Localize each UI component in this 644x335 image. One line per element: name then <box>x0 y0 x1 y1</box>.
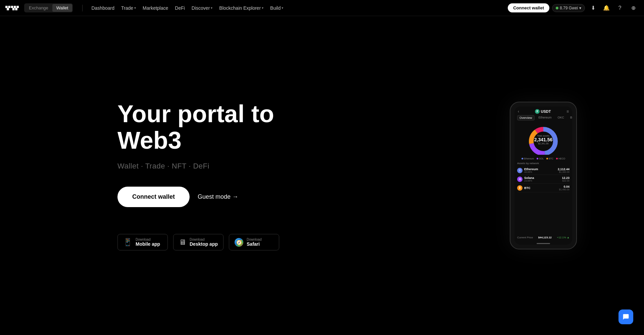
chat-icon <box>623 314 629 320</box>
nav-blockchain-explorer[interactable]: Blockchain Explorer ▾ <box>216 0 267 16</box>
phone-tabs: Overview Ethereum OKC B.. <box>514 115 572 121</box>
chat-button[interactable] <box>618 309 633 324</box>
phone-back-icon: ‹ <box>518 109 519 114</box>
guest-mode-button[interactable]: Guest mode → <box>198 193 238 200</box>
eth-asset-amount: 2,112.44 <box>558 168 569 171</box>
header: Exchange Wallet Dashboard Trade ▾ Market… <box>0 0 644 16</box>
sol-asset-icon: ◎ <box>517 177 523 182</box>
gwei-value: 8.79 Gwei <box>560 6 578 10</box>
main-nav: Dashboard Trade ▾ Marketplace DeFi Disco… <box>88 0 287 16</box>
usdt-icon: ₮ <box>535 109 540 114</box>
current-price-row: Current Price $44,123.12 +12.1% ▲ <box>514 234 572 241</box>
nav-dashboard[interactable]: Dashboard <box>88 0 118 16</box>
eth-asset-icon: Ξ <box>517 168 523 173</box>
gwei-chevron-icon: ▾ <box>579 6 581 10</box>
connect-wallet-header-button[interactable]: Connect wallet <box>508 3 549 12</box>
current-price-change: +12.1% ▲ <box>557 236 569 239</box>
connect-wallet-main-button[interactable]: Connect wallet <box>117 187 190 207</box>
asset-row-ethereum: Ξ Ethereum 48.66% 2,112.44 $1,300.00 <box>517 166 569 175</box>
nav-discover[interactable]: Discover ▾ <box>188 0 216 16</box>
exchange-toggle[interactable]: Exchange <box>25 4 52 12</box>
btc-asset-usd: $1,460.00 <box>559 188 569 191</box>
svg-rect-5 <box>12 8 15 10</box>
phone-mockup: ‹ ₮ USDT ≡ Overview Ethereum OKC B.. <box>510 102 577 249</box>
download-safari-label: Download <box>247 238 261 241</box>
phone-coin: ₮ USDT <box>535 109 551 114</box>
nav-marketplace[interactable]: Marketplace <box>139 0 171 16</box>
hero-actions: Connect wallet Guest mode → <box>117 187 319 207</box>
legend-sol-dot <box>537 158 538 159</box>
phone-screen: ‹ ₮ USDT ≡ Overview Ethereum OKC B.. <box>514 106 572 245</box>
svg-rect-6 <box>15 8 17 10</box>
assets-by-network-label: Assets by network <box>517 162 569 165</box>
svg-rect-1 <box>8 6 10 8</box>
asset-row-btc: ₿ BTC 0.04 $1,460.00 <box>517 184 569 192</box>
phone-header: ‹ ₮ USDT ≡ <box>514 106 572 115</box>
svg-rect-3 <box>11 6 13 8</box>
hero-section: Your portal to Web3 Wallet · Trade · NFT… <box>117 101 319 250</box>
hero-title: Your portal to Web3 <box>117 101 319 154</box>
legend-eth-dot <box>522 158 523 159</box>
svg-rect-2 <box>7 8 9 10</box>
eth-asset-pct: 48.66% <box>524 171 538 173</box>
btc-asset-name: BTC <box>524 186 531 190</box>
donut-center: Total assets 2,341.56 $2,341.56 <box>534 135 553 145</box>
safari-icon: 🧭 <box>235 238 243 247</box>
nav-trade[interactable]: Trade ▾ <box>118 0 139 16</box>
btc-asset-icon: ₿ <box>517 185 523 191</box>
phone-tab-more[interactable]: B.. <box>568 115 572 121</box>
download-desktop-button[interactable]: 🖥 Download Desktop app <box>173 234 224 250</box>
legend-heco: HECO <box>556 157 565 160</box>
eth-asset-name: Ethereum <box>524 168 538 171</box>
phone-bottom-bar <box>514 241 572 245</box>
legend-ethereum: Ethereum <box>522 157 534 160</box>
sol-asset-name: Solana <box>524 176 534 180</box>
wallet-toggle[interactable]: Wallet <box>52 4 72 12</box>
gwei-badge[interactable]: 8.79 Gwei ▾ <box>552 4 585 12</box>
sol-asset-amount: 12.23 <box>562 176 569 180</box>
legend-btc-dot <box>546 158 548 159</box>
phone-tab-overview[interactable]: Overview <box>517 115 535 121</box>
eth-asset-usd: $1,300.00 <box>558 171 569 173</box>
phone-tab-ethereum[interactable]: Ethereum <box>537 115 554 121</box>
download-mobile-name: Mobile app <box>136 241 160 247</box>
help-icon[interactable]: ? <box>614 3 625 13</box>
current-price-value: $44,123.12 <box>538 236 552 239</box>
asset-row-solana: ◎ Solana 23.66% 12.23 $22.00 <box>517 175 569 184</box>
total-assets-value: 2,341.56 <box>534 137 553 142</box>
main-content: Your portal to Web3 Wallet · Trade · NFT… <box>0 16 644 335</box>
btc-asset-amount: 0.04 <box>559 185 569 188</box>
phone-coin-name: USDT <box>541 109 551 113</box>
download-icon[interactable]: ⬇ <box>588 3 598 13</box>
download-mobile-label: Download <box>136 238 160 241</box>
sol-asset-pct: 23.66% <box>524 180 534 182</box>
download-safari-button[interactable]: 🧭 Download Safari <box>229 234 279 250</box>
gwei-status-dot <box>556 7 558 9</box>
chart-legend: Ethereum SOL BTC HECO <box>514 157 572 160</box>
okx-logo[interactable] <box>5 5 19 11</box>
phone-tab-okc[interactable]: OKC <box>556 115 566 121</box>
nav-defi[interactable]: DeFi <box>171 0 188 16</box>
current-price-label: Current Price <box>517 236 533 239</box>
legend-btc: BTC <box>546 157 553 160</box>
exchange-wallet-toggle: Exchange Wallet <box>24 3 73 12</box>
svg-rect-7 <box>16 6 19 8</box>
notification-icon[interactable]: 🔔 <box>601 3 612 13</box>
settings-icon[interactable]: ⊕ <box>628 3 639 13</box>
donut-chart-area: Total assets 2,341.56 $2,341.56 <box>514 125 572 155</box>
desktop-icon: 🖥 <box>179 238 186 247</box>
phone-menu-icon: ≡ <box>566 109 569 114</box>
nav-build[interactable]: Build ▾ <box>267 0 287 16</box>
sol-asset-usd: $22.00 <box>562 180 569 182</box>
download-safari-name: Safari <box>247 241 261 247</box>
download-desktop-label: Download <box>190 238 218 241</box>
total-assets-label: Total assets <box>534 135 553 137</box>
legend-sol: SOL <box>537 157 544 160</box>
svg-rect-0 <box>5 6 8 8</box>
home-indicator <box>537 243 550 244</box>
assets-section: Assets by network Ξ Ethereum 48.66% 2,11… <box>514 162 572 234</box>
download-mobile-button[interactable]: 📱 Download Mobile app <box>117 234 168 250</box>
legend-heco-dot <box>556 158 558 159</box>
svg-rect-4 <box>14 6 16 8</box>
download-desktop-name: Desktop app <box>190 241 218 247</box>
